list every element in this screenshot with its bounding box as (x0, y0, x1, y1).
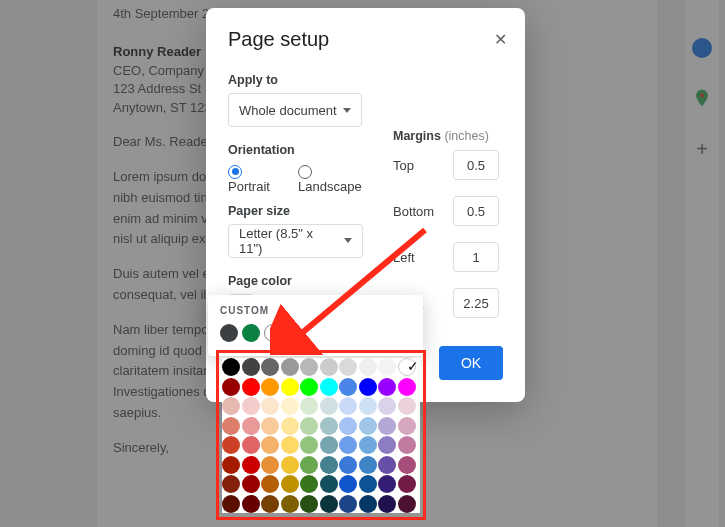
palette-swatch[interactable] (300, 397, 318, 415)
palette-swatch[interactable] (378, 397, 396, 415)
palette-swatch[interactable] (242, 475, 260, 493)
apply-to-select[interactable]: Whole document (228, 93, 362, 127)
dialog-title: Page setup (228, 28, 503, 51)
palette-swatch[interactable] (261, 475, 279, 493)
palette-swatch[interactable] (281, 358, 299, 376)
paper-size-label: Paper size (228, 204, 363, 218)
palette-swatch[interactable] (300, 475, 318, 493)
palette-swatch[interactable] (320, 378, 338, 396)
custom-color-swatch[interactable] (242, 324, 260, 342)
custom-color-swatch[interactable] (220, 324, 238, 342)
palette-swatch[interactable] (242, 378, 260, 396)
palette-swatch[interactable] (378, 456, 396, 474)
custom-swatch-row: + (220, 324, 411, 342)
palette-swatch[interactable] (222, 358, 240, 376)
palette-swatch[interactable] (378, 495, 396, 513)
palette-swatch[interactable] (339, 456, 357, 474)
orientation-portrait[interactable]: Portrait (228, 163, 276, 194)
palette-swatch[interactable] (300, 456, 318, 474)
palette-swatch[interactable] (320, 358, 338, 376)
palette-swatch[interactable] (222, 436, 240, 454)
palette-swatch[interactable] (281, 475, 299, 493)
palette-swatch[interactable] (222, 456, 240, 474)
palette-swatch[interactable] (359, 417, 377, 435)
orientation-landscape[interactable]: Landscape (298, 163, 363, 194)
palette-swatch[interactable] (222, 475, 240, 493)
palette-swatch[interactable] (378, 475, 396, 493)
palette-swatch[interactable] (300, 436, 318, 454)
palette-swatch[interactable] (398, 456, 416, 474)
palette-swatch[interactable] (281, 378, 299, 396)
palette-swatch[interactable] (339, 358, 357, 376)
palette-swatch[interactable] (242, 397, 260, 415)
palette-swatch[interactable] (339, 378, 357, 396)
margin-right-input[interactable] (453, 288, 499, 318)
palette-swatch[interactable] (378, 436, 396, 454)
palette-swatch[interactable] (320, 417, 338, 435)
palette-swatch[interactable] (222, 397, 240, 415)
apply-to-label: Apply to (228, 73, 363, 87)
palette-swatch[interactable] (320, 475, 338, 493)
margin-bottom-input[interactable] (453, 196, 499, 226)
palette-swatch[interactable] (222, 378, 240, 396)
palette-swatch[interactable] (281, 456, 299, 474)
palette-swatch[interactable] (398, 378, 416, 396)
paper-size-select[interactable]: Letter (8.5" x 11") (228, 224, 363, 258)
palette-swatch[interactable] (359, 358, 377, 376)
palette-swatch[interactable] (261, 397, 279, 415)
add-custom-color-button[interactable]: + (264, 324, 282, 342)
palette-swatch[interactable] (242, 456, 260, 474)
palette-swatch[interactable] (242, 495, 260, 513)
palette-swatch[interactable] (261, 417, 279, 435)
palette-swatch[interactable] (281, 397, 299, 415)
palette-swatch[interactable] (359, 456, 377, 474)
palette-swatch[interactable] (300, 495, 318, 513)
palette-swatch[interactable] (222, 495, 240, 513)
palette-swatch[interactable] (339, 495, 357, 513)
chevron-down-icon (344, 238, 352, 243)
close-icon[interactable]: ✕ (494, 30, 507, 49)
margin-top-input[interactable] (453, 150, 499, 180)
palette-swatch[interactable] (281, 417, 299, 435)
palette-swatch[interactable] (300, 358, 318, 376)
palette-swatch[interactable] (398, 436, 416, 454)
palette-swatch[interactable] (281, 495, 299, 513)
margin-left-input[interactable] (453, 242, 499, 272)
margins-label: Margins (inches) (393, 129, 503, 143)
palette-swatch[interactable] (261, 358, 279, 376)
color-palette (222, 358, 420, 513)
palette-swatch[interactable] (378, 417, 396, 435)
palette-swatch[interactable] (261, 456, 279, 474)
palette-swatch[interactable] (359, 378, 377, 396)
palette-swatch[interactable] (242, 436, 260, 454)
palette-swatch[interactable] (242, 358, 260, 376)
palette-swatch[interactable] (398, 397, 416, 415)
palette-swatch[interactable] (281, 436, 299, 454)
palette-swatch[interactable] (398, 417, 416, 435)
palette-swatch[interactable] (261, 495, 279, 513)
palette-swatch[interactable] (339, 475, 357, 493)
palette-swatch[interactable] (320, 495, 338, 513)
page-color-label: Page color (228, 274, 363, 288)
palette-swatch[interactable] (398, 495, 416, 513)
palette-swatch[interactable] (261, 378, 279, 396)
palette-swatch[interactable] (359, 397, 377, 415)
palette-swatch[interactable] (320, 397, 338, 415)
palette-swatch[interactable] (378, 358, 396, 376)
palette-swatch[interactable] (359, 436, 377, 454)
palette-swatch[interactable] (300, 378, 318, 396)
palette-swatch[interactable] (300, 417, 318, 435)
ok-button[interactable]: OK (439, 346, 503, 380)
palette-swatch[interactable] (339, 397, 357, 415)
palette-swatch[interactable] (398, 475, 416, 493)
palette-swatch[interactable] (242, 417, 260, 435)
palette-swatch[interactable] (320, 456, 338, 474)
palette-swatch[interactable] (222, 417, 240, 435)
palette-swatch[interactable] (359, 475, 377, 493)
palette-swatch[interactable] (320, 436, 338, 454)
palette-swatch[interactable] (261, 436, 279, 454)
palette-swatch[interactable] (378, 378, 396, 396)
palette-swatch[interactable] (339, 436, 357, 454)
palette-swatch[interactable] (359, 495, 377, 513)
palette-swatch[interactable] (339, 417, 357, 435)
